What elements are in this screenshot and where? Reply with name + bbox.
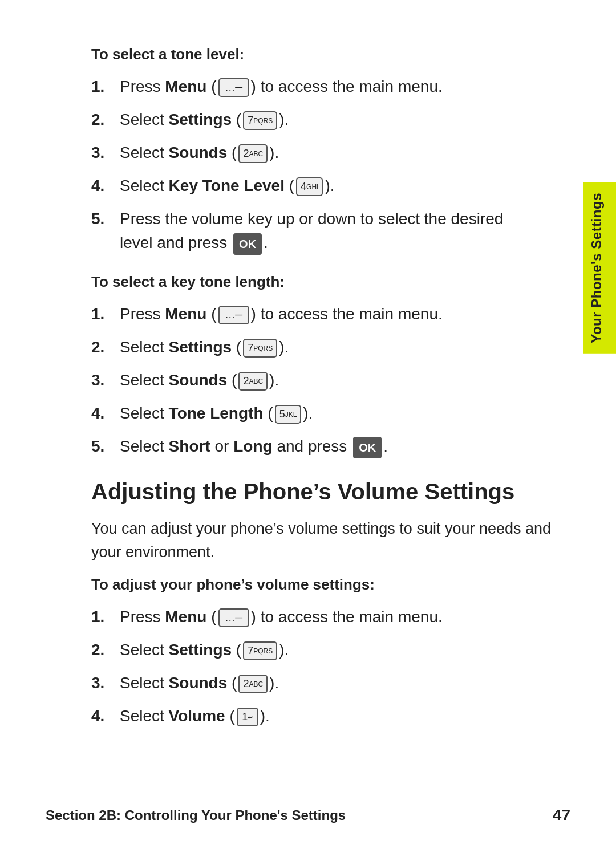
sounds-bold-ktl3: Sounds (169, 371, 228, 389)
tonelength-key: 5JKL (275, 405, 302, 424)
key-tone-length-section: To select a key tone length: 1. Press Me… (91, 273, 570, 458)
ktl-num-1: 1. (91, 302, 120, 326)
key-tone-length-heading: To select a key tone length: (91, 273, 570, 291)
menu-bold-ktl1: Menu (165, 305, 206, 323)
key-tone-length-steps: 1. Press Menu (…─) to access the main me… (91, 302, 570, 458)
vol-num-4: 4. (91, 704, 120, 728)
volume-key: 1↩ (237, 708, 258, 726)
footer-page: 47 (553, 806, 570, 824)
ktl-step-4: 4. Select Tone Length (5JKL). (91, 401, 570, 425)
vol-num-1: 1. (91, 605, 120, 629)
tone-step-2: 2. Select Settings (7PQRS). (91, 108, 570, 132)
step-num-4: 4. (91, 174, 120, 198)
vol-step-1: 1. Press Menu (…─) to access the main me… (91, 605, 570, 629)
volume-intro: You can adjust your phone’s volume setti… (91, 517, 570, 563)
ok-key-1: OK (233, 233, 262, 255)
side-tab-label: Your Phone's Settings (589, 193, 604, 343)
ktl-step-1: 1. Press Menu (…─) to access the main me… (91, 302, 570, 326)
footer-title: Section 2B: Controlling Your Phone's Set… (46, 807, 346, 823)
keytone-bold: Key Tone Level (169, 177, 285, 194)
vol-num-3: 3. (91, 671, 120, 695)
tone-level-section: To select a tone level: 1. Press Menu (…… (91, 46, 570, 255)
tone-step-3: 3. Select Sounds (2ABC). (91, 141, 570, 165)
step-content-5: Press the volume key up or down to selec… (120, 207, 570, 255)
step-content-3: Select Sounds (2ABC). (120, 141, 570, 165)
page-footer: Section 2B: Controlling Your Phone's Set… (0, 806, 616, 824)
ktl-num-3: 3. (91, 368, 120, 392)
sounds-key-1: 2ABC (238, 144, 268, 163)
volume-steps: 1. Press Menu (…─) to access the main me… (91, 605, 570, 728)
keytone-key: 4GHI (296, 177, 323, 196)
step-num-3: 3. (91, 141, 120, 165)
ktl-num-4: 4. (91, 401, 120, 425)
settings-bold-vol2: Settings (169, 641, 232, 659)
ktl-num-5: 5. (91, 434, 120, 458)
vol-num-2: 2. (91, 638, 120, 662)
tone-level-heading: To select a tone level: (91, 46, 570, 63)
menu-bold-1: Menu (165, 78, 206, 95)
ktl-content-5: Select Short or Long and press OK. (120, 434, 570, 458)
ok-key-2: OK (353, 437, 382, 458)
short-bold: Short (169, 437, 210, 455)
tonelength-bold: Tone Length (169, 404, 264, 422)
settings-bold-1: Settings (169, 111, 232, 128)
sounds-key-vol3: 2ABC (238, 675, 268, 693)
sounds-key-ktl3: 2ABC (238, 372, 268, 391)
vol-content-4: Select Volume (1↩). (120, 704, 570, 728)
settings-key-1: 7PQRS (243, 111, 277, 130)
ktl-step-5: 5. Select Short or Long and press OK. (91, 434, 570, 458)
step-content-2: Select Settings (7PQRS). (120, 108, 570, 132)
menu-bold-vol1: Menu (165, 608, 206, 625)
volume-heading: To adjust your phone’s volume settings: (91, 576, 570, 594)
page-wrapper: Your Phone's Settings To select a tone l… (0, 0, 616, 853)
settings-key-ktl2: 7PQRS (243, 339, 277, 358)
menu-key-vol1: …─ (218, 608, 249, 627)
long-bold: Long (233, 437, 272, 455)
vol-step-3: 3. Select Sounds (2ABC). (91, 671, 570, 695)
tone-step-1: 1. Press Menu (…─) to access the main me… (91, 75, 570, 99)
settings-key-vol2: 7PQRS (243, 641, 277, 660)
settings-bold-ktl2: Settings (169, 338, 232, 356)
volume-bold: Volume (169, 707, 225, 725)
vol-content-3: Select Sounds (2ABC). (120, 671, 570, 695)
menu-key-ktl1: …─ (218, 306, 249, 324)
tone-level-steps: 1. Press Menu (…─) to access the main me… (91, 75, 570, 255)
ktl-step-3: 3. Select Sounds (2ABC). (91, 368, 570, 392)
tone-step-5: 5. Press the volume key up or down to se… (91, 207, 570, 255)
volume-main-title: Adjusting the Phone’s Volume Settings (91, 479, 570, 505)
step-num-2: 2. (91, 108, 120, 132)
ktl-num-2: 2. (91, 335, 120, 359)
ktl-content-3: Select Sounds (2ABC). (120, 368, 570, 392)
vol-step-4: 4. Select Volume (1↩). (91, 704, 570, 728)
tone-step-4: 4. Select Key Tone Level (4GHI). (91, 174, 570, 198)
vol-step-2: 2. Select Settings (7PQRS). (91, 638, 570, 662)
sounds-bold-1: Sounds (169, 144, 228, 161)
ktl-content-4: Select Tone Length (5JKL). (120, 401, 570, 425)
ktl-content-2: Select Settings (7PQRS). (120, 335, 570, 359)
volume-section: Adjusting the Phone’s Volume Settings Yo… (91, 479, 570, 728)
vol-content-2: Select Settings (7PQRS). (120, 638, 570, 662)
step-num-1: 1. (91, 75, 120, 99)
step-content-4: Select Key Tone Level (4GHI). (120, 174, 570, 198)
step-num-5: 5. (91, 207, 120, 231)
vol-content-1: Press Menu (…─) to access the main menu. (120, 605, 570, 629)
menu-key-1: …─ (218, 78, 249, 97)
ktl-step-2: 2. Select Settings (7PQRS). (91, 335, 570, 359)
sounds-bold-vol3: Sounds (169, 674, 228, 692)
ktl-content-1: Press Menu (…─) to access the main menu. (120, 302, 570, 326)
step-content-1: Press Menu (…─) to access the main menu. (120, 75, 570, 99)
side-tab: Your Phone's Settings (583, 182, 616, 354)
